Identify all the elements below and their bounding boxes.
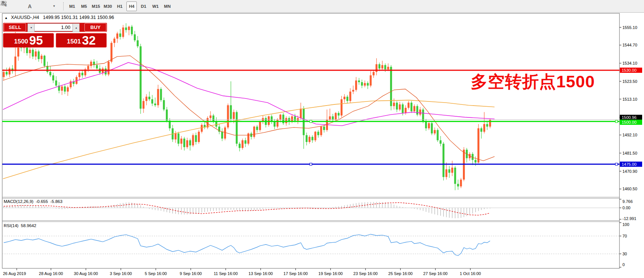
svg-text:1513.10: 1513.10 [622, 97, 637, 101]
ohlc-close: 1500.96 [97, 15, 114, 20]
svg-text:1534.10: 1534.10 [622, 61, 637, 65]
axis-price-label: 1500.00 [620, 120, 642, 125]
volume-decrease-button[interactable]: ▼ [28, 23, 35, 32]
buy-button[interactable]: BUY [84, 23, 106, 32]
svg-text:9.766: 9.766 [622, 199, 633, 204]
buy-price-small: 1501 [67, 36, 81, 47]
svg-text:13 Sep 16:00: 13 Sep 16:00 [248, 271, 273, 276]
chart-annotation-text[interactable]: 多空转折点1500 [471, 71, 595, 93]
svg-text:1530.00: 1530.00 [622, 68, 637, 72]
macd-main-value: -0.655 [36, 199, 48, 204]
buy-price-big: 32 [82, 34, 96, 47]
svg-text:1492.10: 1492.10 [622, 133, 637, 137]
ohlc-open: 1499.95 [43, 15, 60, 20]
svg-text:0: 0 [622, 262, 625, 267]
macd-label: MACD(12,26,9) -0.655 -5.863 [4, 199, 62, 204]
line-drag-handle[interactable] [310, 163, 312, 165]
svg-text:30 Aug 16:00: 30 Aug 16:00 [74, 271, 98, 276]
svg-text:70: 70 [622, 234, 627, 238]
svg-text:1555.10: 1555.10 [622, 25, 637, 30]
one-click-trading-panel: SELL ▼ ▲ BUY 1500 95 1501 32 [3, 23, 107, 48]
svg-text:5 Sep 16:00: 5 Sep 16:00 [145, 271, 167, 276]
ohlc-high: 1501.31 [61, 15, 78, 20]
sell-price-big: 95 [29, 34, 43, 47]
sell-price-box[interactable]: 1500 95 [3, 33, 54, 48]
rsi-label: RSI(14) 58.9642 [4, 223, 36, 228]
line-drag-handle[interactable] [615, 120, 618, 123]
svg-text:1544.70: 1544.70 [622, 43, 637, 47]
svg-text:1470.90: 1470.90 [622, 169, 637, 174]
svg-text:19 Sep 16:00: 19 Sep 16:00 [318, 271, 342, 276]
svg-text:30: 30 [622, 252, 627, 256]
volume-input[interactable] [35, 23, 73, 31]
svg-text:1523.50: 1523.50 [622, 79, 637, 84]
sell-button[interactable]: SELL [4, 23, 26, 32]
symbol-period-label: XAUUSD-,H4 [11, 15, 39, 20]
svg-text:3 Sep 16:00: 3 Sep 16:00 [110, 271, 132, 276]
sell-price-small: 1500 [14, 36, 28, 47]
svg-text:26 Aug 2019: 26 Aug 2019 [3, 271, 26, 276]
buy-price-box[interactable]: 1501 32 [56, 33, 107, 48]
svg-text:9 Sep 16:00: 9 Sep 16:00 [180, 271, 202, 276]
svg-text:1475.00: 1475.00 [622, 162, 637, 167]
svg-text:1500.96: 1500.96 [622, 115, 637, 120]
volume-increase-button[interactable]: ▲ [73, 23, 80, 32]
svg-text:1 Oct 16:00: 1 Oct 16:00 [460, 271, 481, 276]
svg-text:27 Sep 16:00: 27 Sep 16:00 [423, 271, 447, 276]
line-drag-handle[interactable] [310, 120, 312, 123]
svg-text:28 Aug 16:00: 28 Aug 16:00 [39, 271, 63, 276]
collapse-triangle-icon[interactable]: ▲ [4, 16, 8, 20]
svg-text:25 Sep 16:00: 25 Sep 16:00 [388, 271, 412, 276]
rsi-value: 58.9642 [21, 223, 36, 228]
axis-price-label: 1475.00 [620, 162, 642, 167]
svg-text:17 Sep 16:00: 17 Sep 16:00 [283, 271, 307, 276]
chart-frame [2, 13, 619, 268]
svg-text:1500.00: 1500.00 [622, 120, 637, 125]
ohlc-low: 1499.31 [79, 15, 96, 20]
chart-header: ▲ XAUUSD-,H4 1499.95 1501.31 1499.31 150… [4, 15, 114, 20]
svg-text:23 Sep 16:00: 23 Sep 16:00 [353, 271, 377, 276]
svg-text:1481.50: 1481.50 [622, 151, 637, 155]
svg-text:100: 100 [622, 222, 629, 227]
svg-text:1460.50: 1460.50 [622, 187, 637, 191]
line-drag-handle[interactable] [615, 163, 618, 165]
axis-price-label: 1500.96 [620, 115, 642, 120]
macd-signal-value: -5.863 [50, 199, 62, 204]
svg-text:11 Sep 16:00: 11 Sep 16:00 [214, 271, 238, 276]
svg-text:-12.991: -12.991 [622, 216, 636, 221]
axis-price-label: 1530.00 [620, 68, 642, 73]
svg-text:0.00: 0.00 [622, 206, 630, 210]
